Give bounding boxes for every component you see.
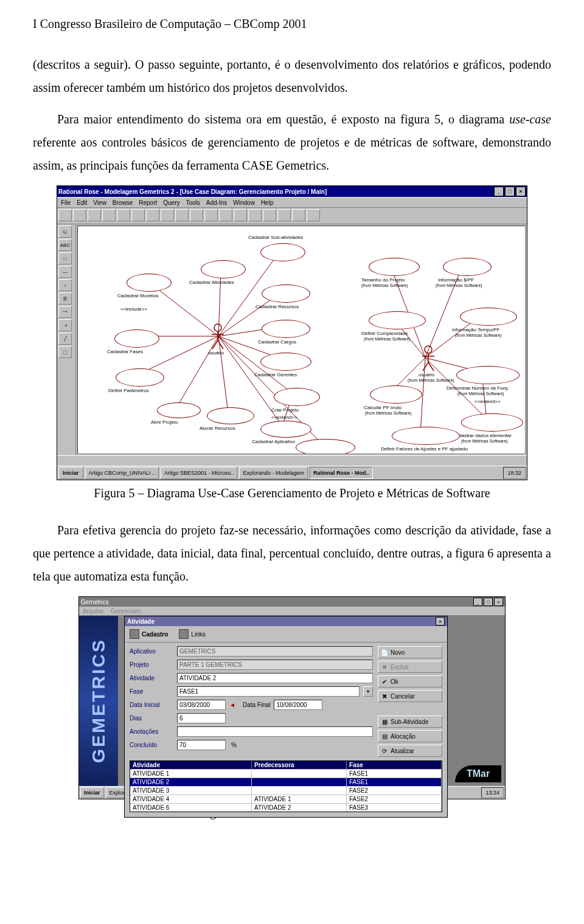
- close-icon[interactable]: ×: [516, 187, 526, 196]
- toolbar-button[interactable]: [131, 209, 145, 221]
- toolbar-button[interactable]: [190, 209, 203, 221]
- usecase[interactable]: [274, 388, 320, 406]
- toolbar-button[interactable]: [263, 209, 276, 221]
- toolbar-button[interactable]: [73, 209, 86, 221]
- usecase[interactable]: [370, 385, 422, 404]
- cancelar-button[interactable]: ✖Cancelar: [378, 690, 442, 702]
- toolbar-button[interactable]: [307, 209, 320, 221]
- palette-tool[interactable]: —: [58, 266, 72, 278]
- palette-tool[interactable]: ○: [58, 279, 72, 291]
- palette-tool[interactable]: ⇢: [58, 319, 72, 331]
- usecase[interactable]: [296, 439, 355, 454]
- usecase[interactable]: [369, 258, 420, 276]
- atualizar-button[interactable]: ⟳Atualizar: [378, 745, 442, 757]
- actor-icon[interactable]: [420, 345, 437, 372]
- sub-atividade-button[interactable]: ▦Sub-Atividade: [378, 715, 442, 728]
- usecase[interactable]: [369, 311, 426, 329]
- close-icon[interactable]: ×: [494, 598, 503, 606]
- aloca--o-button[interactable]: ▤Alocação: [378, 730, 442, 742]
- usecase[interactable]: [157, 402, 201, 418]
- maximize-icon[interactable]: □: [484, 598, 493, 606]
- toolbar-button[interactable]: [175, 209, 189, 221]
- start-button[interactable]: Iniciar: [58, 467, 83, 479]
- menu-item[interactable]: Gerenciam...: [111, 608, 145, 615]
- menu-help[interactable]: Help: [261, 199, 274, 206]
- usecase[interactable]: [262, 320, 310, 338]
- table-row[interactable]: ATIVIDADE 1FASE1: [130, 769, 442, 777]
- palette-tool[interactable]: 옷: [58, 292, 72, 305]
- toolbar-button[interactable]: [204, 209, 218, 221]
- usecase[interactable]: [392, 427, 460, 445]
- column-header[interactable]: Atividade: [130, 761, 252, 769]
- diagram-canvas[interactable]: Cadastrar Sub-atividadesCadastrar Ativid…: [77, 226, 526, 454]
- column-header[interactable]: Predecessora: [252, 761, 347, 769]
- gem-titlebar[interactable]: Gemetrics _ □ ×: [79, 597, 505, 607]
- menu-edit[interactable]: Edit: [77, 199, 87, 206]
- usecase[interactable]: [207, 407, 254, 424]
- palette-tool[interactable]: ╱: [58, 333, 72, 345]
- anotações-field[interactable]: [177, 726, 373, 737]
- palette-tool[interactable]: ⬚: [58, 346, 72, 358]
- usecase[interactable]: [461, 413, 523, 432]
- menu-add-ins[interactable]: Add-Ins: [206, 199, 227, 206]
- menu-file[interactable]: File: [61, 199, 71, 206]
- minimize-icon[interactable]: _: [494, 187, 504, 196]
- tab-links[interactable]: Links: [179, 629, 205, 639]
- menu-report[interactable]: Report: [139, 199, 157, 206]
- usecase[interactable]: [114, 329, 159, 348]
- toolbar-button[interactable]: [102, 209, 116, 221]
- start-button[interactable]: Iniciar: [80, 787, 104, 798]
- toolbar-button[interactable]: [88, 209, 101, 221]
- actor-icon[interactable]: [209, 323, 226, 350]
- taskbar-item[interactable]: Explorando - Modelagem: [239, 467, 308, 479]
- column-header[interactable]: Fase: [347, 761, 442, 769]
- usecase[interactable]: [127, 274, 172, 292]
- table-row[interactable]: ATIVIDADE 4ATIVIDADE 1FASE2: [130, 795, 442, 803]
- menu-item[interactable]: Arquivo: [83, 608, 103, 615]
- palette-tool[interactable]: □: [58, 252, 72, 264]
- novo-button[interactable]: 📄Novo: [378, 646, 442, 658]
- usecase[interactable]: [201, 260, 246, 278]
- window-titlebar[interactable]: Rational Rose - Modelagem Gemetrics 2 - …: [57, 186, 527, 197]
- toolbar-button[interactable]: [117, 209, 130, 221]
- usecase[interactable]: [460, 308, 517, 326]
- toolbar-button[interactable]: [146, 209, 159, 221]
- ok-button[interactable]: ✔Ok: [378, 675, 442, 688]
- taskbar-item[interactable]: Artigo SBES2001 - Microso..: [161, 467, 238, 479]
- excluir-button[interactable]: ✖Excluir: [378, 661, 442, 673]
- usecase[interactable]: [260, 421, 311, 438]
- usecase[interactable]: [260, 243, 305, 261]
- palette-tool[interactable]: ⭮: [58, 226, 72, 238]
- menu-tools[interactable]: Tools: [186, 199, 200, 206]
- activity-grid[interactable]: AtividadePredecessoraFaseATIVIDADE 1FASE…: [130, 760, 442, 812]
- usecase[interactable]: [116, 368, 164, 387]
- dialog-titlebar[interactable]: Atividade ×: [125, 616, 447, 626]
- table-row[interactable]: ATIVIDADE 2FASE1: [130, 777, 442, 786]
- fase-field[interactable]: FASE1: [177, 686, 360, 697]
- close-icon[interactable]: ×: [436, 617, 445, 626]
- toolbar-button[interactable]: [277, 209, 291, 221]
- minimize-icon[interactable]: _: [473, 598, 482, 606]
- toolbar-button[interactable]: [161, 209, 174, 221]
- tab-cadastro[interactable]: Cadastro: [130, 629, 168, 639]
- data-final-field[interactable]: 10/08/2000: [274, 700, 322, 710]
- chevron-down-icon[interactable]: ▼: [363, 686, 373, 697]
- palette-tool[interactable]: ⭢: [58, 306, 72, 318]
- toolbar-button[interactable]: [248, 209, 262, 221]
- dias-field[interactable]: 6: [177, 713, 226, 723]
- maximize-icon[interactable]: □: [505, 187, 515, 196]
- usecase[interactable]: [443, 258, 492, 276]
- palette-tool[interactable]: ABC: [58, 239, 72, 251]
- data-inicial-field[interactable]: 03/08/2000: [177, 700, 226, 710]
- menu-view[interactable]: View: [93, 199, 106, 206]
- usecase[interactable]: [262, 284, 310, 303]
- toolbar-button[interactable]: [219, 209, 232, 221]
- toolbar-button[interactable]: [292, 209, 305, 221]
- usecase[interactable]: [260, 353, 311, 371]
- usecase[interactable]: [456, 366, 520, 384]
- concluido-field[interactable]: 70: [177, 740, 226, 750]
- taskbar-item[interactable]: Rational Rose - Mod..: [310, 467, 373, 479]
- menu-window[interactable]: Window: [233, 199, 255, 206]
- toolbar-button[interactable]: [58, 209, 72, 221]
- table-row[interactable]: ATIVIDADE 3FASE2: [130, 786, 442, 795]
